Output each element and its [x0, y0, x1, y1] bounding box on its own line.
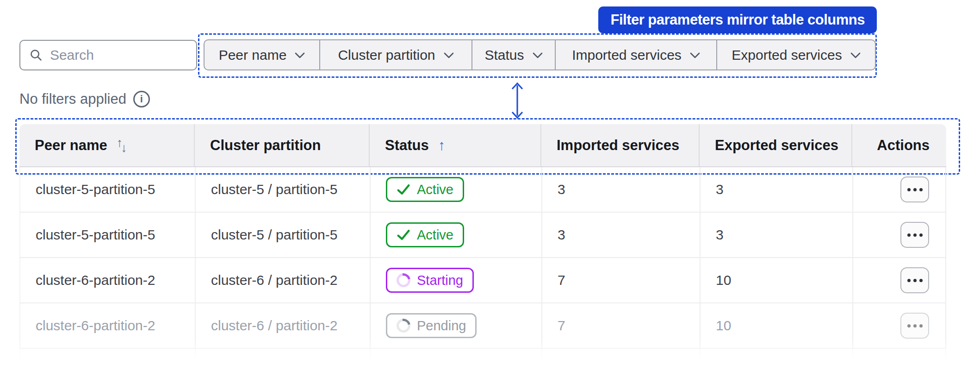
filter-label: Imported services — [572, 47, 682, 63]
filter-status-line: No filters applied i — [19, 91, 150, 107]
peer-name-cell: cluster-6-partition-2 — [20, 258, 195, 302]
exported-services-cell: 3 — [700, 167, 852, 212]
table-header-row: Peer name ↑↓ Cluster partition Status ↑ … — [19, 124, 946, 167]
table-row-partial — [19, 349, 946, 365]
filter-dropdown-status[interactable]: Status — [471, 40, 555, 69]
status-cell: Starting — [370, 258, 541, 302]
search-box[interactable] — [19, 40, 197, 70]
status-badge: Active — [386, 177, 464, 202]
filter-label: Cluster partition — [338, 47, 435, 63]
peers-table: Peer name ↑↓ Cluster partition Status ↑ … — [19, 124, 946, 365]
table-row: cluster-5-partition-5 cluster-5 / partit… — [19, 167, 946, 213]
cluster-partition-cell: cluster-5 / partition-5 — [195, 213, 370, 257]
check-icon — [397, 183, 410, 195]
search-input[interactable] — [50, 47, 187, 63]
row-actions-button[interactable] — [900, 313, 929, 339]
sort-icon[interactable]: ↑↓ — [117, 138, 125, 152]
search-icon — [30, 48, 43, 63]
spinner-icon — [394, 316, 413, 335]
filter-label: Peer name — [219, 47, 287, 63]
spinner-icon — [394, 271, 413, 290]
column-header-actions: Actions — [851, 124, 946, 166]
imported-services-cell: 3 — [541, 167, 700, 212]
sort-ascending-icon[interactable]: ↑ — [438, 137, 446, 154]
chevron-down-icon — [295, 52, 305, 59]
cluster-partition-cell: cluster-5 / partition-5 — [195, 167, 370, 212]
actions-cell — [852, 258, 945, 302]
table-row: cluster-6-partition-2 cluster-6 / partit… — [19, 303, 946, 349]
exported-services-cell: 10 — [700, 303, 852, 348]
column-header-imported-services[interactable]: Imported services — [540, 124, 699, 166]
mirror-arrow — [508, 82, 527, 120]
chevron-down-icon — [690, 52, 700, 59]
status-badge: Starting — [386, 268, 474, 293]
status-badge: Pending — [386, 313, 477, 338]
filter-status-text: No filters applied — [19, 91, 126, 107]
filter-parameter-group: Peer name Cluster partition Status Impor… — [204, 39, 876, 70]
actions-cell — [852, 213, 945, 257]
peer-name-cell: cluster-5-partition-5 — [20, 167, 195, 212]
peer-name-cell: cluster-5-partition-5 — [20, 213, 195, 257]
table-row: cluster-6-partition-2 cluster-6 / partit… — [19, 258, 946, 303]
peering-filter-demo-screen: Filter parameters mirror table columns P… — [0, 0, 980, 378]
imported-services-cell: 7 — [541, 303, 700, 348]
row-actions-button[interactable] — [900, 176, 929, 202]
check-icon — [397, 229, 410, 241]
status-cell: Active — [370, 167, 541, 212]
filter-dropdown-imported-services[interactable]: Imported services — [555, 40, 716, 69]
annotation-banner: Filter parameters mirror table columns — [598, 6, 877, 33]
chevron-down-icon — [533, 52, 543, 59]
filter-label: Exported services — [732, 47, 842, 63]
chevron-down-icon — [444, 52, 454, 59]
filter-dropdown-exported-services[interactable]: Exported services — [716, 40, 875, 69]
filter-label: Status — [484, 47, 524, 63]
table-row: cluster-5-partition-5 cluster-5 / partit… — [19, 213, 946, 258]
imported-services-cell: 3 — [541, 213, 700, 257]
cluster-partition-cell: cluster-6 / partition-2 — [195, 258, 370, 302]
imported-services-cell: 7 — [541, 258, 700, 302]
column-header-cluster-partition[interactable]: Cluster partition — [194, 124, 369, 166]
filter-dropdown-peer-name[interactable]: Peer name — [205, 40, 319, 69]
filter-dropdown-cluster-partition[interactable]: Cluster partition — [319, 40, 471, 69]
chevron-down-icon — [850, 52, 861, 59]
column-header-status[interactable]: Status ↑ — [369, 124, 540, 166]
column-header-exported-services[interactable]: Exported services — [699, 124, 851, 166]
peer-name-cell: cluster-6-partition-2 — [20, 303, 195, 348]
row-actions-button[interactable] — [900, 222, 929, 248]
info-icon[interactable]: i — [133, 91, 150, 107]
exported-services-cell: 10 — [700, 258, 852, 302]
exported-services-cell: 3 — [700, 213, 852, 257]
status-cell: Pending — [370, 303, 541, 348]
status-badge: Active — [386, 222, 464, 247]
actions-cell — [852, 303, 945, 348]
column-header-peer-name[interactable]: Peer name ↑↓ — [19, 124, 194, 166]
actions-cell — [852, 167, 945, 212]
status-cell: Active — [370, 213, 541, 257]
cluster-partition-cell: cluster-6 / partition-2 — [195, 303, 370, 348]
row-actions-button[interactable] — [900, 267, 929, 293]
